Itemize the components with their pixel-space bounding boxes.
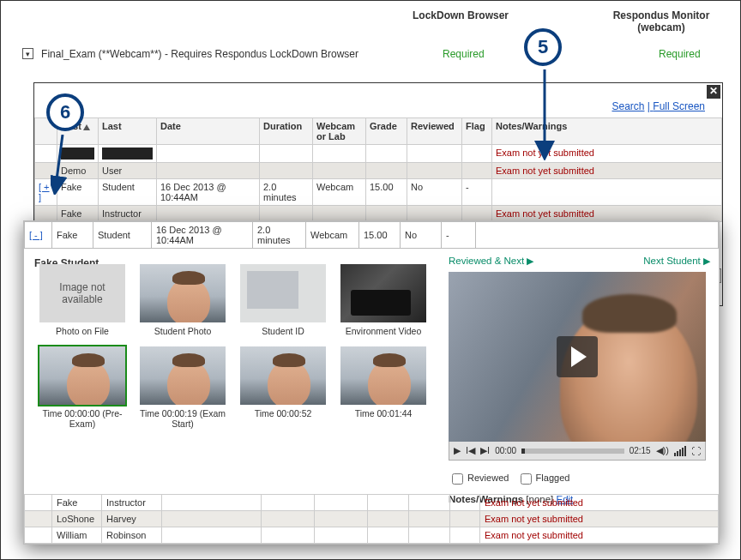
exp-first: Fake: [52, 222, 93, 249]
thumbnail[interactable]: Time 00:00:52: [235, 346, 331, 418]
exp-reviewed: No: [401, 222, 442, 249]
search-link[interactable]: Search: [611, 100, 644, 112]
video-controls: ▶ І◀ ▶І 00:00 02:15 ◀)) ⛶: [449, 442, 706, 461]
thumbnail[interactable]: Student ID: [235, 264, 331, 336]
col-duration[interactable]: Duration: [260, 118, 313, 145]
col-reviewed[interactable]: Reviewed: [407, 118, 462, 145]
app-window: LockDown Browser Respondus Monitor (webc…: [0, 0, 741, 560]
thumbnail-caption: Time 00:00:52: [235, 408, 331, 418]
expanded-student-panel: [ - ] Fake Student 16 Dec 2013 @ 10:44AM…: [23, 220, 720, 545]
expanded-header-row: [ - ] Fake Student 16 Dec 2013 @ 10:44AM…: [24, 221, 719, 249]
table-row: FakeInstructorExam not yet submitted: [35, 206, 722, 222]
exp-last: Student: [93, 222, 152, 249]
table-row: DemoUserExam not yet submitted: [35, 163, 722, 179]
thumbnail-caption: Time 00:00:00 (Pre-Exam): [34, 408, 130, 429]
thumbnail[interactable]: Image not available Photo on File: [34, 264, 130, 336]
thumbnail[interactable]: Environment Video: [335, 264, 431, 336]
warning-text: Exam not yet submitted: [485, 530, 583, 540]
review-flags: Reviewed Flagged: [449, 471, 710, 487]
next-icon[interactable]: ▶І: [480, 445, 490, 456]
progress-bar[interactable]: [521, 449, 624, 454]
thumbnail-image: [340, 346, 426, 405]
exp-grade: 15.00: [359, 222, 401, 249]
flagged-checkbox[interactable]: Flagged: [517, 473, 570, 483]
thumbnail-image: Image not available: [39, 264, 125, 322]
thumbnail-image: [240, 264, 326, 322]
thumbnail-image: [240, 346, 326, 405]
col-notes[interactable]: Notes/Warnings: [492, 118, 722, 145]
thumbnail-caption: Time 00:00:19 (Exam Start): [135, 408, 231, 429]
col-webcam[interactable]: Webcam or Lab: [313, 118, 366, 145]
thumbnail-image: [39, 346, 125, 405]
thumbnail[interactable]: Time 00:00:00 (Pre-Exam): [34, 346, 130, 429]
redacted-name: [102, 148, 153, 160]
next-student-link[interactable]: Next Student ▶: [643, 256, 710, 267]
table-row: WilliamRobinsonExam not yet submitted: [25, 527, 719, 544]
time-total: 02:15: [630, 446, 651, 455]
thumbnail[interactable]: Student Photo: [135, 264, 231, 336]
prev-icon[interactable]: І◀: [466, 445, 475, 456]
table-row: [ + ]FakeStudent16 Dec 2013 @ 10:44AM2.0…: [35, 179, 722, 206]
exam-row: ▾ Final_Exam (**Webcam**) - Requires Res…: [22, 48, 732, 60]
header-monitor: Respondus Monitor (webcam): [593, 9, 730, 33]
results-table: First Last Date Duration Webcam or Lab G…: [34, 117, 722, 222]
thumbnail-caption: Time 00:01:44: [335, 408, 431, 418]
col-flag[interactable]: Flag: [462, 118, 492, 145]
fullscreen-icon[interactable]: ⛶: [691, 446, 701, 456]
reviewed-checkbox[interactable]: Reviewed: [449, 473, 509, 483]
video-area: Reviewed & Next ▶ Next Student ▶ ▶ І◀ ▶І…: [449, 256, 710, 504]
dropdown-icon[interactable]: ▾: [22, 48, 33, 59]
panel-links: Search | Full Screen: [611, 100, 705, 112]
sort-asc-icon: [83, 124, 90, 130]
exp-flag: -: [442, 222, 476, 249]
header-ldb: LockDown Browser: [413, 9, 509, 21]
play-button-icon[interactable]: ▶: [454, 445, 461, 456]
remaining-students-table: FakeInstructorExam not yet submittedLoSh…: [24, 494, 719, 544]
warning-text: Exam not yet submitted: [496, 208, 594, 219]
thumbnail-caption: Student ID: [235, 326, 331, 336]
thumbnail-image: [140, 264, 226, 322]
exp-date: 16 Dec 2013 @ 10:44AM: [152, 222, 253, 249]
thumbnail-image: [140, 346, 226, 405]
callout-6: 6: [46, 93, 84, 131]
warning-text: Exam not yet submitted: [485, 497, 583, 508]
time-current: 00:00: [495, 446, 516, 455]
close-icon[interactable]: ✕: [707, 85, 720, 99]
thumbnail[interactable]: Time 00:00:19 (Exam Start): [135, 346, 231, 429]
expand-toggle[interactable]: [ + ]: [39, 182, 50, 202]
reviewed-next-link[interactable]: Reviewed & Next ▶: [449, 256, 533, 267]
col-date[interactable]: Date: [157, 118, 260, 145]
thumbnails-grid: Image not available Photo on File Studen…: [34, 264, 437, 439]
thumbnail[interactable]: Time 00:01:44: [335, 346, 431, 418]
warning-text: Exam not yet submitted: [496, 148, 594, 158]
table-header-row: First Last Date Duration Webcam or Lab G…: [35, 118, 722, 145]
table-row: FakeInstructorExam not yet submitted: [25, 495, 719, 511]
thumbnail-image: [340, 264, 426, 322]
volume-icon[interactable]: ◀)): [656, 445, 669, 456]
warning-text: Exam not yet submitted: [496, 166, 594, 176]
ldb-status: Required: [443, 48, 485, 60]
play-icon[interactable]: [557, 336, 598, 377]
exp-duration: 2.0 minutes: [253, 222, 306, 249]
exp-webcam: Webcam: [306, 222, 359, 249]
exam-title: Final_Exam (**Webcam**) - Requires Respo…: [41, 48, 367, 60]
volume-bars[interactable]: [674, 446, 686, 456]
thumbnail-caption: Photo on File: [34, 326, 130, 336]
thumbnail-caption: Student Photo: [135, 326, 231, 336]
monitor-status: Required: [659, 48, 701, 60]
col-grade[interactable]: Grade: [366, 118, 407, 145]
redacted-name: [61, 148, 94, 160]
col-last[interactable]: Last: [99, 118, 157, 145]
collapse-toggle[interactable]: [ - ]: [29, 230, 43, 240]
warning-text: Exam not yet submitted: [485, 514, 583, 524]
video-player[interactable]: [449, 272, 706, 442]
table-row: Exam not yet submitted: [35, 145, 722, 163]
table-row: LoShoneHarveyExam not yet submitted: [25, 511, 719, 527]
thumbnail-caption: Environment Video: [335, 326, 431, 336]
fullscreen-link[interactable]: Full Screen: [653, 100, 705, 112]
callout-5: 5: [524, 28, 562, 66]
